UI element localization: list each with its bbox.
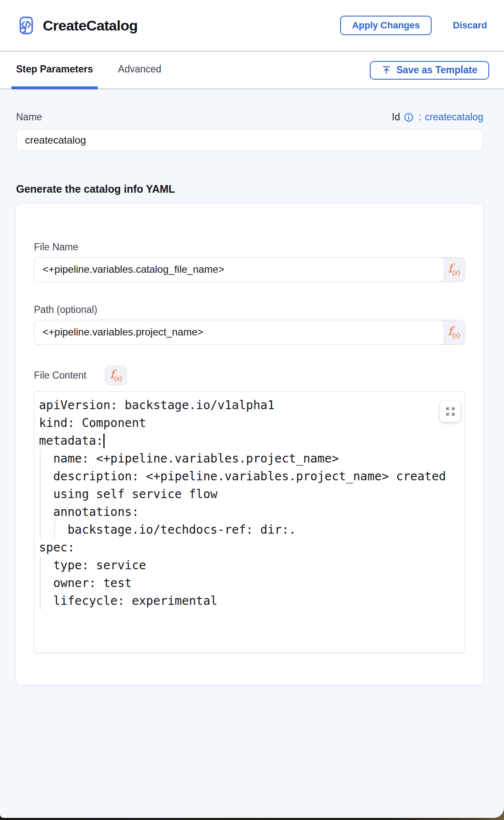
yaml-code[interactable]: apiVersion: backstage.io/v1alpha1 kind: … — [34, 392, 465, 610]
file-name-input[interactable] — [34, 257, 444, 282]
header: CreateCatalog Apply Changes Discard — [0, 0, 504, 51]
fx-icon: f(x) — [110, 368, 122, 382]
step-group-card: File Name f(x) Path (optional) f(x) File… — [16, 204, 483, 685]
file-name-field: f(x) — [34, 257, 465, 282]
expand-editor-button[interactable] — [440, 401, 460, 422]
tab-advanced[interactable]: Advanced — [114, 52, 166, 89]
fx-icon: f(x) — [448, 325, 460, 339]
upload-icon — [382, 65, 391, 75]
indent-guide — [40, 557, 41, 610]
discard-button[interactable]: Discard — [453, 20, 487, 31]
name-row: Name Id : createcatalog — [16, 111, 483, 123]
tab-bar: Step Parameters Advanced Save as Templat… — [0, 52, 504, 89]
indent-guide — [54, 521, 55, 539]
step-config-panel: CreateCatalog Apply Changes Discard Step… — [0, 0, 504, 818]
save-as-template-label: Save as Template — [396, 64, 477, 76]
fullscreen-icon — [446, 407, 455, 416]
file-name-fx-button[interactable]: f(x) — [443, 258, 465, 282]
apply-changes-button[interactable]: Apply Changes — [340, 16, 432, 35]
info-icon[interactable] — [404, 112, 414, 122]
file-name-label: File Name — [34, 241, 465, 253]
page-title: CreateCatalog — [43, 17, 340, 34]
id-separator: : — [419, 111, 421, 123]
tab-step-parameters[interactable]: Step Parameters — [11, 52, 98, 89]
name-input[interactable] — [16, 129, 483, 151]
id-cluster: Id : createcatalog — [392, 111, 483, 123]
name-label: Name — [16, 111, 42, 123]
text-cursor — [103, 434, 105, 448]
indent-guide — [40, 450, 41, 539]
file-content-fx-button[interactable]: f(x) — [105, 366, 127, 385]
file-content-label: File Content — [34, 370, 86, 381]
path-input[interactable] — [34, 320, 444, 345]
script-step-icon — [17, 15, 36, 36]
section-heading: Generate the catalog info YAML — [16, 183, 483, 195]
fx-icon: f(x) — [448, 263, 460, 276]
id-value-link[interactable]: createcatalog — [425, 111, 483, 123]
path-label: Path (optional) — [34, 304, 465, 316]
id-label: Id — [392, 111, 400, 123]
path-fx-button[interactable]: f(x) — [443, 320, 465, 344]
save-as-template-button[interactable]: Save as Template — [370, 61, 489, 80]
yaml-editor[interactable]: apiVersion: backstage.io/v1alpha1 kind: … — [34, 391, 465, 653]
file-content-row: File Content f(x) — [34, 366, 465, 385]
path-field: f(x) — [34, 320, 465, 345]
step-parameters-content: Name Id : createcatalog Generate the cat… — [0, 89, 504, 685]
